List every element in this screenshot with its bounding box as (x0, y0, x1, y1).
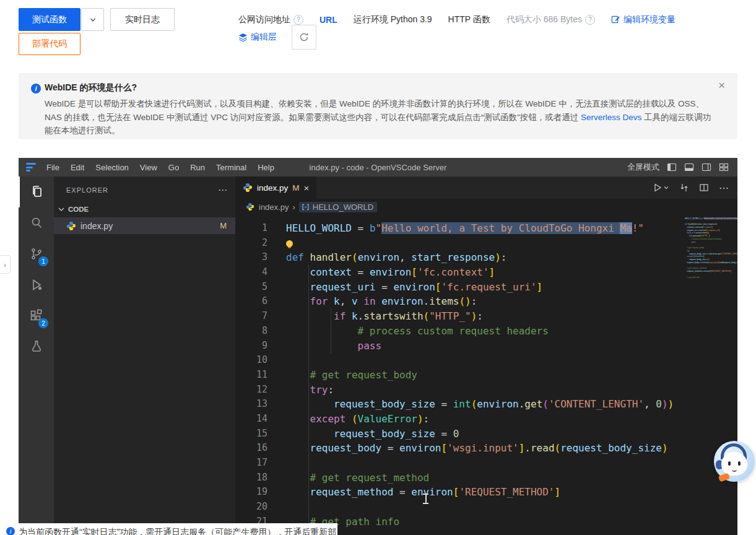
code-line[interactable]: 13 request_body_size = int(environ.get('… (235, 397, 679, 412)
code-token: 0 (708, 258, 710, 260)
line-number: 8 (235, 324, 267, 339)
code-token (286, 295, 310, 307)
code-token: : (328, 384, 334, 396)
test-function-button[interactable]: 测试函数 (19, 8, 80, 31)
refresh-button[interactable] (292, 25, 316, 50)
code-token: get (524, 398, 542, 410)
realtime-log-button[interactable]: 实时日志 (110, 8, 175, 31)
code-line[interactable]: 10 (235, 353, 679, 368)
code-token: # get request_body (687, 246, 704, 248)
url-link[interactable]: URL (319, 15, 337, 25)
help-icon[interactable]: ? (293, 15, 303, 25)
open-changes-icon[interactable] (679, 183, 689, 193)
code-line[interactable]: 3def handler(environ, start_response): (235, 250, 679, 265)
code-area[interactable]: 1HELLO_WORLD = b"Hello world, a Test by … (235, 215, 679, 535)
menu-file[interactable]: File (41, 158, 65, 176)
code-token: context (687, 226, 693, 228)
code-line[interactable]: 5 request_uri = environ['fc.request_uri'… (235, 280, 679, 295)
code-lines: 1HELLO_WORLD = b"Hello world, a Test by … (235, 221, 679, 529)
menu-run[interactable]: Run (185, 158, 211, 176)
code-line[interactable]: 20 (235, 500, 679, 515)
code-line[interactable]: 12 try: (235, 383, 679, 398)
close-icon[interactable]: × (304, 183, 310, 193)
layout-panel-icon[interactable] (684, 162, 694, 172)
run-python-file-button[interactable] (653, 183, 669, 193)
menu-terminal[interactable]: Terminal (211, 158, 252, 176)
line-number: 3 (235, 250, 267, 265)
code-line[interactable]: 2 (235, 236, 679, 251)
code-text: request_body = environ['wsgi.input'].rea… (681, 261, 737, 264)
sidebar-expand-handle[interactable]: › (0, 255, 11, 274)
code-token: environ (381, 295, 423, 307)
edit-layer-link[interactable]: 编辑层 (238, 32, 277, 43)
minimap-content: 1HELLO_WORLD = b"Hello world, a Test by … (681, 217, 737, 279)
more-actions-icon[interactable]: ⋯ (719, 182, 729, 194)
code-line[interactable]: 11 # get request_body (235, 368, 679, 383)
code-token: start_response (411, 251, 495, 263)
code-line[interactable]: 1HELLO_WORLD = b"Hello world, a Test by … (681, 217, 737, 220)
activity-bar: 1 2 (19, 176, 54, 535)
file-item-indexpy[interactable]: index.py M (54, 217, 235, 234)
serverless-devs-link[interactable]: Serverless Devs (581, 111, 641, 124)
more-actions-icon[interactable]: ⋯ (218, 185, 228, 196)
help-icon[interactable]: ? (585, 15, 595, 25)
code-line[interactable]: 16 request_body = environ['wsgi.input'].… (681, 261, 737, 264)
menu-edit[interactable]: Edit (65, 158, 90, 176)
menu-go[interactable]: Go (163, 158, 185, 176)
code-line[interactable]: 15 request_body_size = 0 (235, 427, 679, 441)
minimap[interactable]: 1HELLO_WORLD = b"Hello world, a Test by … (679, 215, 737, 535)
code-token: ( (471, 398, 477, 410)
code-line[interactable]: 1HELLO_WORLD = b"Hello world, a Test by … (235, 221, 679, 236)
fullscreen-label[interactable]: 全屏模式 (627, 162, 659, 173)
code-line[interactable]: 18 # get request_method (235, 471, 679, 485)
code-text: HELLO_WORLD = b"Hello world, a Test by C… (681, 217, 737, 220)
info-icon: i (6, 527, 15, 535)
sidebar-section-code[interactable]: CODE (54, 201, 235, 217)
code-line[interactable]: 16 request_body = environ['wsgi.input'].… (235, 441, 679, 456)
code-line[interactable]: 7 if k.startswith("HTTP_"): (235, 309, 679, 324)
code-token: 0 (453, 428, 459, 440)
code-line[interactable]: 14 except (ValueError): (235, 412, 679, 427)
extensions-icon[interactable]: 2 (19, 300, 54, 331)
explorer-icon[interactable] (19, 176, 54, 207)
breadcrumb-symbol[interactable]: HELLO_WORLD (299, 202, 377, 212)
vscode-main: 1 2 EXPLORER ⋯ (19, 176, 737, 535)
code-token: . (519, 398, 525, 410)
run-debug-icon[interactable] (19, 269, 54, 300)
deploy-code-button[interactable]: 部署代码 (19, 33, 80, 55)
layout-grid-icon[interactable] (719, 162, 729, 172)
code-text: context = environ['fc.context'] (267, 265, 495, 280)
tab-indexpy[interactable]: index.py M × (235, 176, 316, 199)
code-line[interactable]: 21 # get path info (681, 276, 737, 279)
code-token (286, 442, 310, 454)
code-token: environ (370, 266, 411, 278)
menu-selection[interactable]: Selection (90, 158, 134, 176)
breadcrumb-file[interactable]: index.py (259, 202, 289, 212)
edit-env-vars-link[interactable]: 编辑环境变量 (611, 14, 676, 25)
code-line[interactable]: 6 for k, v in environ.items(): (235, 294, 679, 309)
test-function-dropdown-button[interactable] (81, 8, 104, 31)
code-line[interactable]: 17 (235, 456, 679, 471)
code-line[interactable]: 8 # process custom request headers (235, 324, 679, 339)
source-control-icon[interactable]: 1 (19, 238, 54, 269)
code-text: pass (267, 339, 381, 354)
layout-sidebar-left-icon[interactable] (667, 162, 677, 172)
code-token: except (687, 256, 693, 258)
close-icon[interactable]: × (718, 79, 725, 91)
customer-service-mascot[interactable] (714, 441, 755, 482)
line-number: 16 (235, 441, 267, 456)
indent-guide (308, 265, 309, 533)
code-line[interactable]: 4 context = environ['fc.context'] (235, 265, 679, 280)
menu-view[interactable]: View (134, 158, 163, 176)
menu-help[interactable]: Help (252, 158, 280, 176)
testing-icon[interactable] (19, 331, 54, 362)
code-line[interactable]: 19 request_method = environ['REQUEST_MET… (681, 270, 737, 273)
code-line[interactable]: 19 request_method = environ['REQUEST_MET… (235, 485, 679, 500)
layout-sidebar-right-icon[interactable] (702, 162, 711, 172)
code-token: request_body_size (560, 442, 662, 454)
code-line[interactable]: 9 pass (235, 339, 679, 354)
search-icon[interactable] (19, 207, 54, 238)
code-text (267, 353, 286, 368)
split-editor-icon[interactable] (699, 183, 709, 193)
code-text: if k.startswith("HTTP_"): (267, 309, 483, 324)
